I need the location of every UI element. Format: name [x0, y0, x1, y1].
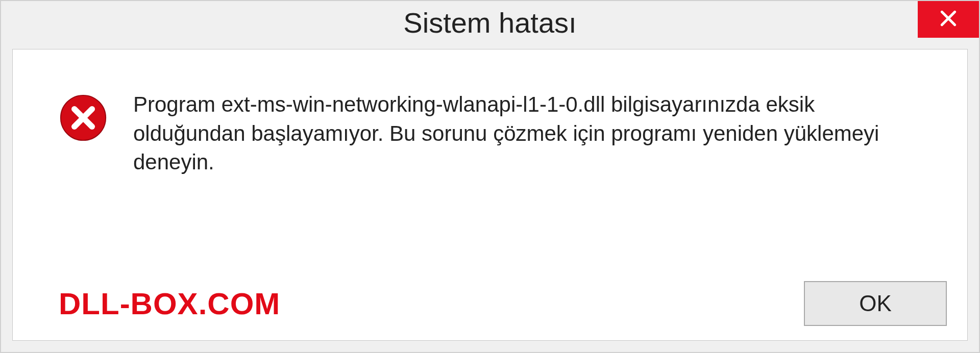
titlebar: Sistem hatası: [1, 1, 979, 46]
error-circle-x-icon: [59, 93, 108, 142]
system-error-dialog: Sistem hatası Program ext-ms-win-network: [0, 0, 980, 353]
ok-button[interactable]: OK: [804, 281, 947, 326]
dialog-title: Sistem hatası: [403, 6, 576, 39]
close-icon: [939, 9, 958, 30]
close-button[interactable]: [918, 1, 979, 38]
content-row: Program ext-ms-win-networking-wlanapi-l1…: [13, 49, 967, 281]
footer-row: DLL-BOX.COM OK: [13, 281, 967, 340]
dialog-body: Program ext-ms-win-networking-wlanapi-l1…: [12, 49, 968, 341]
watermark-text: DLL-BOX.COM: [59, 286, 280, 321]
error-message: Program ext-ms-win-networking-wlanapi-l1…: [133, 90, 929, 177]
